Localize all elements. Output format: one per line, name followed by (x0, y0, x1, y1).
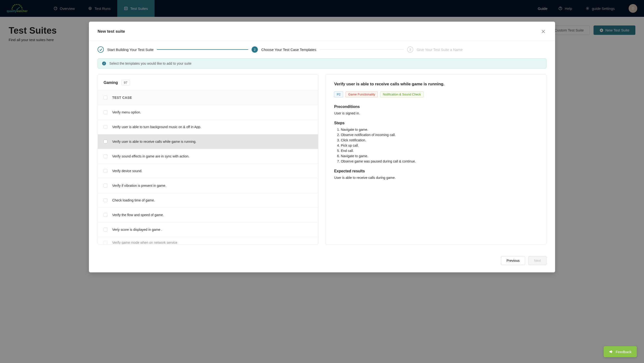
step-item: Navigate to game. (341, 154, 538, 158)
row-checkbox[interactable] (104, 198, 108, 202)
row-checkbox[interactable] (104, 228, 108, 231)
modal-title: New test suite (98, 29, 125, 34)
table-row[interactable]: Verify if vibration is present in game. (98, 178, 318, 193)
info-banner: i Select the templates you would like to… (98, 59, 546, 69)
wizard-step-3[interactable]: 3 Give Your Test Suite a Name (407, 46, 463, 53)
row-checkbox[interactable] (104, 154, 108, 158)
expected-title: Expected results (334, 169, 538, 173)
step-item: End call. (341, 149, 538, 153)
new-test-suite-modal: New test suite Start Building Your Test … (89, 22, 555, 272)
row-label: Verify user is able to receive calls whi… (112, 140, 196, 144)
table-row[interactable]: Verify device sound. (98, 164, 318, 178)
step-label: Start Building Your Test Suite (107, 48, 154, 52)
row-label: Verify user is able to turn background m… (112, 125, 201, 129)
step-check-icon (98, 46, 104, 53)
row-checkbox[interactable] (104, 241, 108, 244)
table-row[interactable]: Verify menu option. (98, 105, 318, 120)
step-number: 3 (407, 46, 413, 53)
preconditions-body: User is signed in. (334, 111, 538, 115)
row-label: Verify menu option. (112, 110, 141, 114)
table-row[interactable]: Veriy score is displayed in game . (98, 222, 318, 237)
step-connector (320, 49, 404, 50)
wizard-step-1[interactable]: Start Building Your Test Suite (98, 46, 154, 53)
category-name: Gaming (104, 81, 118, 85)
close-button[interactable] (540, 28, 546, 35)
row-checkbox[interactable] (104, 110, 108, 114)
testcase-table: TEST CASE Verify menu option. Verify use… (98, 90, 318, 244)
row-label: Verify game mode when on network service (112, 241, 177, 244)
next-button[interactable]: Next (528, 256, 546, 265)
step-item: Navigate to game. (341, 128, 538, 132)
info-text: Select the templates you would like to a… (109, 62, 192, 65)
info-icon: i (102, 62, 106, 65)
steps-list: Navigate to game. Observe notification o… (334, 128, 538, 163)
content-panes: Gaming 97 TEST CASE Verify menu option. (98, 74, 546, 244)
modal-header: New test suite (89, 22, 555, 41)
row-label: Verify the flow and speed of game. (112, 213, 164, 217)
row-checkbox[interactable] (104, 125, 108, 129)
category-tag: Notification & Sound Check (380, 91, 424, 97)
step-number: 2 (252, 46, 258, 53)
row-checkbox[interactable] (104, 184, 108, 188)
table-row[interactable]: Check loading time of game. (98, 193, 318, 208)
expected-body: User is able to receive calls during gam… (334, 176, 538, 180)
step-item: Click notification. (341, 138, 538, 142)
wizard-steps: Start Building Your Test Suite 2 Choose … (98, 46, 546, 53)
table-row[interactable]: Verify the flow and speed of game. (98, 208, 318, 222)
select-all-checkbox[interactable] (104, 96, 108, 100)
feedback-button[interactable]: Feedback (604, 346, 637, 357)
table-row[interactable]: Verify user is able to receive calls whi… (98, 134, 318, 149)
tags: P2 Game Functionality Notification & Sou… (334, 91, 538, 97)
megaphone-icon (609, 349, 613, 354)
row-label: Verify sound effects in game are in sync… (112, 154, 189, 158)
step-item: Pick up call. (341, 144, 538, 147)
detail-pane: Verify user is able to receive calls whi… (325, 74, 546, 244)
row-label: Check loading time of game. (112, 198, 155, 202)
row-checkbox[interactable] (104, 169, 108, 173)
testcase-list-pane: Gaming 97 TEST CASE Verify menu option. (98, 74, 318, 244)
steps-title: Steps (334, 121, 538, 125)
column-header: TEST CASE (112, 96, 132, 100)
modal-backdrop[interactable]: New test suite Start Building Your Test … (0, 0, 644, 363)
preconditions-title: Preconditions (334, 105, 538, 109)
step-label: Choose Your Test Case Templates (261, 48, 316, 52)
detail-title: Verify user is able to receive calls whi… (334, 82, 538, 87)
step-item: Observe game was paused during call & co… (341, 159, 538, 163)
row-checkbox[interactable] (104, 213, 108, 217)
priority-tag: P2 (334, 91, 343, 97)
close-icon (542, 30, 545, 34)
step-label: Give Your Test Suite a Name (417, 48, 463, 52)
feedback-label: Feedback (616, 350, 632, 354)
count-badge: 97 (121, 80, 130, 85)
table-row[interactable]: Verify sound effects in game are in sync… (98, 149, 318, 164)
step-connector (157, 49, 248, 50)
table-row[interactable]: Verify user is able to turn background m… (98, 120, 318, 134)
table-header-row: TEST CASE (98, 90, 318, 105)
modal-footer: Previous Next (89, 252, 555, 272)
row-label: Veriy score is displayed in game . (112, 228, 162, 231)
row-checkbox[interactable] (104, 140, 108, 144)
row-label: Verify if vibration is present in game. (112, 184, 166, 188)
step-item: Observe notification of incoming call. (341, 133, 538, 137)
category-tag: Game Functionality (346, 91, 378, 97)
previous-button[interactable]: Previous (501, 256, 525, 265)
table-row[interactable]: Verify game mode when on network service (98, 237, 318, 244)
row-label: Verify device sound. (112, 169, 142, 173)
wizard-step-2[interactable]: 2 Choose Your Test Case Templates (252, 46, 316, 53)
